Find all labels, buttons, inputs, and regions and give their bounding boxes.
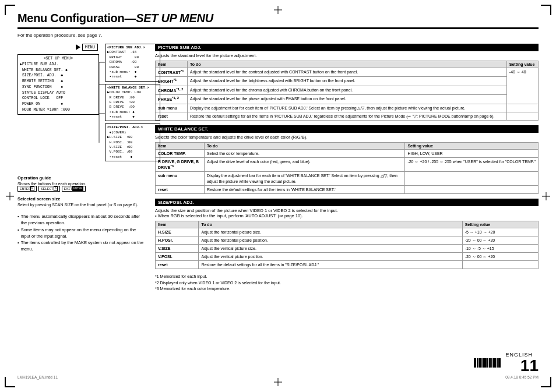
table-row: V.POSI. Adjust the vertical picture posi… (156, 253, 539, 261)
sub-item-w4: B DRIVE :00 (107, 105, 158, 110)
col-todo: To do (199, 221, 462, 228)
row-todo: Display the adjustment bar for each item… (204, 172, 404, 185)
table-row: sub menu Display the adjustment bar for … (156, 104, 539, 112)
sub-item-w6: •reset ◆ (107, 115, 158, 119)
row-item: sub menu (156, 172, 205, 185)
menu-diagram: MENU <SET UP MENU> ▶PICTURE SUB ADJ. WHI… (17, 44, 146, 172)
section-white: WHITE BALANCE SET. Selects the color tem… (155, 125, 539, 194)
title-em: SET UP MENU (136, 12, 213, 24)
title-main: Menu Configuration (17, 12, 124, 24)
lang-page: ENGLISH 11 (505, 352, 539, 374)
row-item: V.SIZE (156, 244, 199, 252)
table-row: PHASE*1, 2 Adjust the standard level for… (156, 95, 539, 104)
menu-item-6: STATUS DISPLAY AUTO (20, 90, 97, 96)
op-guide-buttons: ENTER E SELECT S EXIT ENTER (17, 186, 146, 192)
table-row: sub menu Display the adjustment bar for … (156, 172, 539, 185)
corner-mark-bl (5, 377, 15, 387)
row-value: -20 ～ 00 ～ +20 (462, 236, 538, 244)
row-value: -5 ～ +10 ～ +20 (462, 228, 538, 236)
sub-menu-picture-title: <PICTURE SUB ADJ.> (107, 45, 158, 50)
menu-arrow (76, 44, 80, 50)
row-item: COLOR TEMP. (156, 149, 205, 157)
sub-menu-size-title: <SIZE/POSI. ADJ.> (107, 125, 158, 130)
menu-item-7: CONTROL LOCK OFF (20, 96, 97, 101)
row-item: H.SIZE (156, 228, 199, 236)
page-number-area: ENGLISH 11 (474, 352, 539, 374)
col-value: Setting value (506, 61, 538, 68)
menu-item-4: REMOTE SETTING ◆ (20, 79, 97, 84)
barcode-area (474, 358, 501, 368)
cross-left (6, 192, 14, 200)
section-header-size: SIZE/POSI. ADJ. (155, 199, 539, 206)
sub-item-p4: PHASE 00 (107, 65, 158, 70)
row-item: reset (156, 261, 199, 269)
page-number: 11 (520, 358, 539, 374)
row-todo: Display the adjustment bar for each item… (188, 104, 507, 112)
selected-screen-section: Selected screen size Select by pressing … (17, 196, 146, 207)
col-todo: To do (188, 61, 507, 68)
sub-menu-size: <SIZE/POSI. ADJ.> ●(COVER) ▶H.SIZE :00 H… (105, 123, 160, 161)
section-picture: PICTURE SUB ADJ. Adjusts the standard le… (155, 44, 539, 121)
sub-menus: <PICTURE SUB ADJ.> ▶CONTRAST -15 BRIGHT … (105, 44, 160, 161)
op-guide-desc: Shows the buttons for each operation. (17, 182, 146, 186)
col-value: Setting value (462, 221, 538, 228)
table-white: Item To do Setting value COLOR TEMP. Sel… (155, 142, 539, 194)
table-row: BRIGHT*1 Adjust the standard level for t… (156, 77, 539, 86)
left-column: MENU <SET UP MENU> ▶PICTURE SUB ADJ. WHI… (17, 44, 146, 292)
table-row: V.SIZE Adjust the vertical picture size.… (156, 244, 539, 252)
sub-item-p3: CHROMA -03 (107, 60, 158, 65)
main-menu-title: <SET UP MENU> (20, 56, 97, 62)
row-todo: Restore the default settings for all the… (188, 112, 507, 120)
row-value (405, 185, 539, 193)
table-row: H.SIZE Adjust the horizontal picture siz… (156, 228, 539, 236)
table-row: reset Restore the default settings for a… (156, 261, 539, 269)
col-item: Item (156, 142, 205, 149)
menu-item-9: HOUR METER ×100h :000 (20, 107, 97, 113)
table-size: Item To do Setting value H.SIZE Adjust t… (155, 221, 539, 269)
footnotes: *1 Memorized for each input. *2 Displaye… (155, 274, 539, 292)
section-desc-picture: Adjusts the standard level for the pictu… (155, 53, 539, 58)
row-todo: Adjust the standard level for the chroma… (188, 86, 507, 94)
file-info: LMH191EA_EN.indd 11 (17, 375, 58, 379)
row-todo: Restore the default settings for all the… (204, 185, 404, 193)
row-value (506, 104, 538, 112)
section-header-picture: PICTURE SUB ADJ. (155, 44, 539, 51)
key-exit: EXIT ENTER (62, 186, 86, 192)
sub-item-s1: ▶H.SIZE :00 (107, 135, 158, 140)
row-value: HIGH, LOW, USER (405, 149, 539, 157)
sub-menu-white-title: <WHITE BALANCE SET.> (107, 86, 158, 90)
row-value: -20 ～ 00 ～ +20 (462, 253, 538, 261)
row-value (405, 172, 539, 185)
row-todo: Adjust the standard level for the bright… (188, 77, 507, 86)
row-value: -40 ～ 40 (506, 68, 538, 104)
operation-guide: Operation guide Shows the buttons for ea… (17, 175, 146, 192)
sub-menu-picture: <PICTURE SUB ADJ.> ▶CONTRAST -15 BRIGHT … (105, 44, 160, 82)
sub-item-p1: ▶CONTRAST -15 (107, 50, 158, 55)
footnote-1: *1 Memorized for each input. (155, 274, 539, 280)
selected-screen-desc: Select by pressing SCAN SIZE on the fron… (17, 203, 146, 207)
table-row: R DRIVE, G DRIVE, B DRIVE*3 Adjust the d… (156, 157, 539, 172)
section-size: SIZE/POSI. ADJ. Adjusts the size and pos… (155, 199, 539, 269)
col-item: Item (156, 221, 199, 228)
sub-menu-white: <WHITE BALANCE SET.> ▶COLOR TEMP. LOW R … (105, 84, 160, 122)
sub-item-w5: •sub menu• ◆ (107, 110, 158, 115)
sub-item-s2: H.POSI. :00 (107, 140, 158, 145)
row-value (506, 112, 538, 120)
table-row: COLOR TEMP. Select the color temperature… (156, 149, 539, 157)
row-todo: Adjust the drive level of each color (re… (204, 157, 404, 172)
row-item: R DRIVE, G DRIVE, B DRIVE*3 (156, 157, 205, 172)
menu-item-1: ▶PICTURE SUB ADJ. (20, 62, 97, 68)
row-value: -20 ～ +20 / -255 ～ 255 when "USER" is se… (405, 157, 539, 172)
sub-item-s3: V.SIZE :00 (107, 145, 158, 150)
sub-item-w1: ▶COLOR TEMP. LOW (107, 90, 158, 95)
row-value: -10 ～ -5 ～ +15 (462, 244, 538, 252)
sub-item-p2: BRIGHT 00 (107, 55, 158, 60)
row-item: V.POSI. (156, 253, 199, 261)
sub-item-s4: V.POSI. :00 (107, 150, 158, 154)
row-value (462, 261, 538, 269)
key-enter: ENTER E (17, 186, 37, 192)
col-todo: To do (204, 142, 404, 149)
col-value: Setting value (405, 142, 539, 149)
sub-item-w3: G DRIVE :00 (107, 100, 158, 105)
footer-right: ENGLISH 11 08.4.18 0:45:52 PM (474, 352, 539, 379)
